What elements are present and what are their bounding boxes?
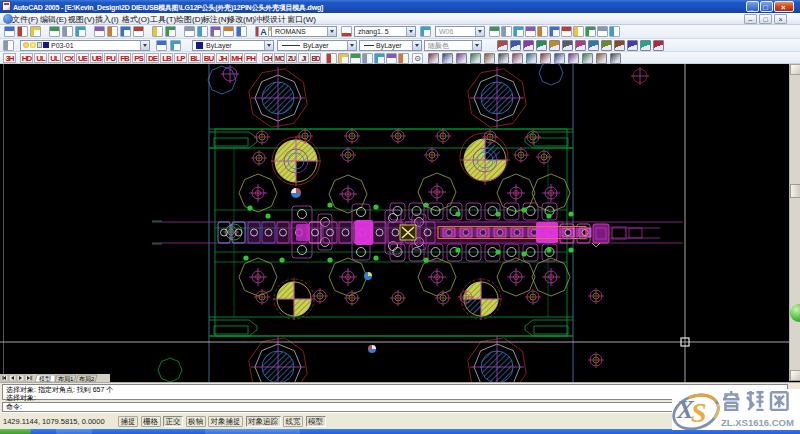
- svg-text:模型: 模型: [39, 375, 51, 383]
- svg-text:S: S: [691, 397, 707, 428]
- svg-text:ZL.XS1616.COM: ZL.XS1616.COM: [721, 417, 794, 428]
